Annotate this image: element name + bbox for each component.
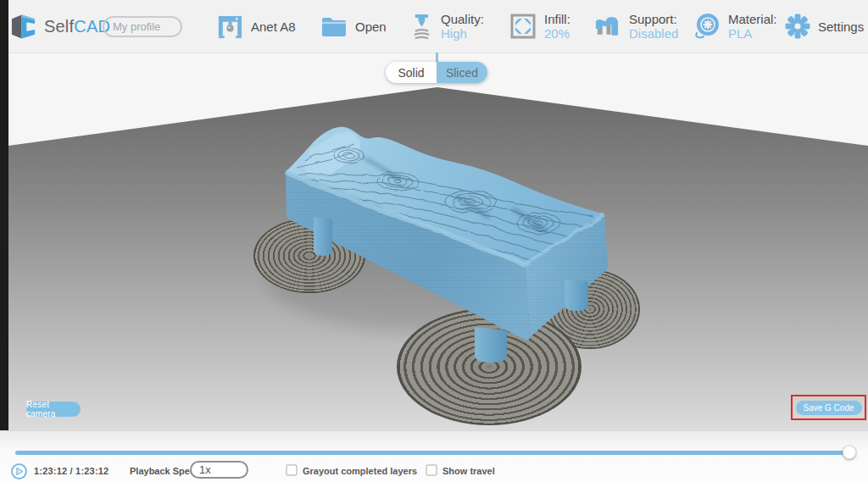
reset-camera-button[interactable]: Reset camera: [26, 402, 81, 417]
printer-selector[interactable]: Anet A8: [217, 11, 296, 42]
show-travel-label: Show travel: [442, 466, 495, 476]
play-icon: [14, 466, 25, 477]
quality-label: Quality:: [441, 12, 484, 26]
infill-label: Infill:: [544, 12, 570, 26]
material-spool-icon: [693, 13, 721, 40]
bed-leg-right: [565, 280, 588, 311]
infill-grid-icon: [509, 13, 537, 40]
my-profile-input[interactable]: [103, 16, 182, 37]
settings-label: Settings: [818, 19, 864, 34]
quality-value: High: [441, 26, 484, 41]
support-value: Disabled: [629, 26, 678, 41]
brand-name: SelfCAD: [44, 17, 110, 36]
open-label: Open: [355, 19, 387, 34]
slider-handle[interactable]: [843, 446, 856, 459]
material-label: Material:: [728, 12, 777, 26]
support-label: Support:: [629, 12, 678, 26]
printer-icon: [217, 13, 243, 41]
infill-value: 20%: [544, 26, 570, 41]
show-travel-checkbox[interactable]: [426, 464, 437, 476]
grayout-checkbox[interactable]: [286, 464, 298, 476]
support-setting[interactable]: Support: Disabled: [593, 11, 678, 42]
bed-leg-front: [475, 327, 507, 363]
folder-open-icon: [320, 14, 348, 38]
top-toolbar: SelfCAD Anet A8 Open: [0, 0, 868, 53]
material-setting[interactable]: Material: PLA: [693, 11, 777, 42]
open-button[interactable]: Open: [320, 11, 387, 42]
print-time: 1:23:12 / 1:23:12: [34, 466, 108, 476]
grayout-label: Grayout completed layers: [303, 466, 417, 476]
settings-button[interactable]: Settings: [785, 11, 864, 42]
raft-disc-front: [397, 308, 581, 425]
support-icon: [593, 14, 621, 39]
settings-gear-icon: [785, 14, 810, 39]
infill-setting[interactable]: Infill: 20%: [509, 11, 570, 42]
bed-leg-left: [314, 217, 332, 256]
save-gcode-button[interactable]: Save G Code: [796, 401, 862, 415]
save-gcode-highlight-box: Save G Code: [791, 395, 866, 420]
printer-name: Anet A8: [251, 19, 296, 34]
viewport-3d-scene[interactable]: [0, 53, 868, 430]
tab-solid[interactable]: Solid: [386, 62, 437, 83]
tab-sliced[interactable]: Sliced: [437, 62, 487, 83]
playback-speed-input[interactable]: [190, 461, 248, 479]
play-button[interactable]: [11, 463, 27, 479]
selfcad-logo-icon: [10, 13, 36, 41]
material-value: PLA: [728, 26, 777, 41]
quality-setting[interactable]: Quality: High: [410, 11, 484, 42]
selfcad-logo[interactable]: SelfCAD: [10, 11, 110, 42]
left-panel-strip[interactable]: [0, 0, 8, 430]
layer-progress-slider[interactable]: [15, 451, 851, 455]
quality-nozzle-icon: [410, 13, 433, 41]
view-mode-toggle: Solid Sliced: [386, 62, 487, 83]
playback-bar: 1:23:12 / 1:23:12 Playback Speed Grayout…: [0, 430, 868, 482]
